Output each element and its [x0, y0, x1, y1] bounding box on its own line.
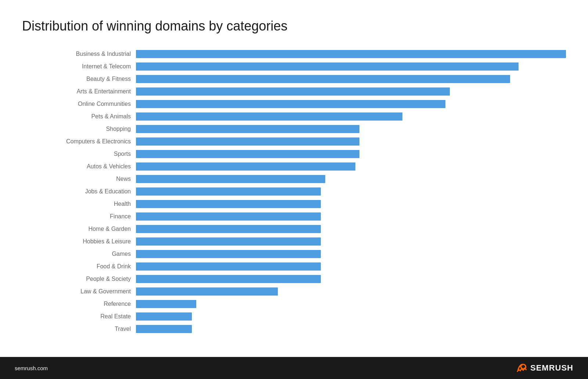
bar-label: Shopping	[22, 126, 136, 132]
bar-track	[136, 250, 566, 258]
bar-track	[136, 62, 566, 71]
bar-label: Online Communities	[22, 101, 136, 107]
bar-track	[136, 325, 566, 333]
bar-fill	[136, 50, 566, 58]
bar-row: Business & Industrial	[22, 49, 566, 60]
bar-fill	[136, 250, 321, 258]
bar-track	[136, 187, 566, 196]
bar-track	[136, 212, 566, 221]
bar-row: Arts & Entertainment	[22, 86, 566, 97]
bar-row: Law & Government	[22, 286, 566, 297]
bar-label: Business & Industrial	[22, 51, 136, 57]
bar-row: Beauty & Fitness	[22, 74, 566, 85]
bar-label: Home & Garden	[22, 226, 136, 232]
bar-row: Travel	[22, 323, 566, 335]
bar-fill	[136, 212, 321, 221]
bar-row: Computers & Electronics	[22, 136, 566, 147]
bar-label: Jobs & Education	[22, 188, 136, 195]
bar-track	[136, 175, 566, 183]
bar-label: Arts & Entertainment	[22, 88, 136, 95]
bar-fill	[136, 75, 510, 83]
semrush-brand-text: SEMRUSH	[530, 363, 573, 373]
bar-label: Reference	[22, 301, 136, 307]
bar-track	[136, 87, 566, 96]
bar-row: Food & Drink	[22, 261, 566, 272]
bar-track	[136, 200, 566, 208]
bar-fill	[136, 112, 402, 121]
bar-label: Finance	[22, 213, 136, 220]
bar-label: Real Estate	[22, 313, 136, 320]
bar-fill	[136, 100, 445, 108]
bar-track	[136, 100, 566, 108]
bar-track	[136, 112, 566, 121]
bar-track	[136, 75, 566, 83]
bar-row: Autos & Vehicles	[22, 161, 566, 172]
bar-fill	[136, 62, 519, 71]
bar-row: Reference	[22, 298, 566, 310]
bar-row: Health	[22, 199, 566, 210]
bar-row: Home & Garden	[22, 224, 566, 235]
bar-label: Internet & Telecom	[22, 63, 136, 70]
bar-track	[136, 150, 566, 158]
bar-track	[136, 125, 566, 133]
bar-fill	[136, 162, 355, 171]
footer-url: semrush.com	[15, 365, 48, 371]
bar-fill	[136, 175, 325, 183]
semrush-icon	[516, 362, 527, 374]
bar-row: Games	[22, 249, 566, 260]
bar-fill	[136, 125, 359, 133]
bar-label: Sports	[22, 151, 136, 157]
footer: semrush.com SEMRUSH	[0, 357, 588, 379]
bar-track	[136, 162, 566, 171]
bar-label: Food & Drink	[22, 263, 136, 270]
bar-label: Law & Government	[22, 288, 136, 295]
bar-fill	[136, 225, 321, 233]
bar-row: Sports	[22, 149, 566, 160]
chart-title: Distribution of winning domains by categ…	[22, 18, 566, 34]
bar-fill	[136, 275, 321, 283]
bar-fill	[136, 325, 192, 333]
bar-fill	[136, 312, 192, 321]
bar-fill	[136, 237, 321, 246]
bar-fill	[136, 187, 321, 196]
chart-area: Business & IndustrialInternet & TelecomB…	[22, 49, 566, 336]
bar-track	[136, 225, 566, 233]
bar-row: Shopping	[22, 124, 566, 135]
bar-track	[136, 300, 566, 308]
bar-track	[136, 262, 566, 271]
bar-label: Computers & Electronics	[22, 138, 136, 145]
bar-label: People & Society	[22, 276, 136, 282]
bar-row: Online Communities	[22, 99, 566, 110]
bar-fill	[136, 287, 278, 296]
bar-row: Hobbies & Leisure	[22, 236, 566, 247]
bar-track	[136, 275, 566, 283]
bar-fill	[136, 87, 450, 96]
bar-row: Pets & Animals	[22, 111, 566, 122]
bar-label: Games	[22, 251, 136, 257]
main-content: Distribution of winning domains by categ…	[0, 0, 588, 357]
bar-track	[136, 137, 566, 146]
bar-track	[136, 50, 566, 58]
bar-label: Pets & Animals	[22, 113, 136, 120]
bar-fill	[136, 150, 359, 158]
bar-fill	[136, 200, 321, 208]
bar-track	[136, 287, 566, 296]
bar-label: Hobbies & Leisure	[22, 238, 136, 245]
bar-fill	[136, 262, 321, 271]
bar-track	[136, 312, 566, 321]
bar-track	[136, 237, 566, 246]
bar-row: Finance	[22, 211, 566, 222]
bar-fill	[136, 137, 359, 146]
bar-row: People & Society	[22, 273, 566, 285]
bar-row: Internet & Telecom	[22, 61, 566, 72]
bar-fill	[136, 300, 196, 308]
bar-label: News	[22, 176, 136, 182]
bar-label: Autos & Vehicles	[22, 163, 136, 170]
semrush-logo: SEMRUSH	[516, 362, 573, 374]
bar-label: Beauty & Fitness	[22, 76, 136, 82]
bar-label: Health	[22, 201, 136, 207]
bar-label: Travel	[22, 326, 136, 332]
bar-row: Jobs & Education	[22, 186, 566, 197]
bar-row: News	[22, 174, 566, 185]
bar-row: Real Estate	[22, 311, 566, 322]
